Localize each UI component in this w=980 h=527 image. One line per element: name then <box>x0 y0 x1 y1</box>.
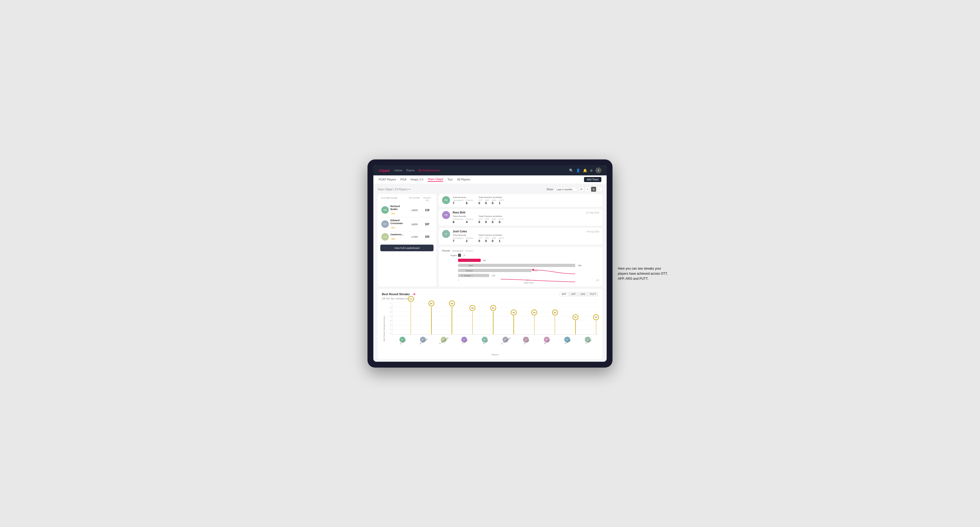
bar-pars: Pars 499 <box>458 264 599 267</box>
streaks-title: Best Round Streaks <box>382 292 410 296</box>
arrow-icon <box>412 292 416 296</box>
tab-arg[interactable]: ARG <box>578 292 587 296</box>
col-player-name: PLAYER NAME <box>381 197 407 202</box>
streak-line <box>452 307 452 334</box>
total-rounds-label: Total Rounds <box>453 196 473 198</box>
player-avg: 103 <box>422 235 433 238</box>
streak-chart-container: Best Streak, Fairway Accuracy 0 1 2 3 <box>382 303 598 356</box>
bell-icon[interactable]: 🔔 <box>583 168 587 173</box>
bar-birdies: Birdies 96 <box>458 259 599 262</box>
show-controls: Show Last 3 months Last 6 months Last ye… <box>546 187 602 192</box>
nav-teams[interactable]: Teams <box>406 169 415 172</box>
tab-pgat-players[interactable]: PGAT Players <box>379 178 396 181</box>
streak-bubble: 5x <box>490 305 496 311</box>
player-row[interactable]: CA Cameron... ♦ 3 17/20 103 <box>380 231 434 243</box>
annotation-text: Here you can see streaks your players ha… <box>618 266 671 282</box>
streak-bubble: 4x <box>531 310 537 316</box>
player-row[interactable]: RB Richard Butler ♦ 1 19/20 110 <box>380 203 434 217</box>
avatar-button[interactable]: ▾ <box>595 167 601 173</box>
player-name: Rees Britt <box>453 211 465 214</box>
streak-bubble: 4x <box>552 310 558 316</box>
streak-player-info: J.J. Coles <box>454 337 474 345</box>
bar-chart: Eagles 3 Birdies 96 <box>442 254 599 284</box>
bar-chart-panel: Rounds Tournament Practice Eagles <box>439 247 602 287</box>
streak-line <box>534 316 535 334</box>
show-label: Show <box>546 188 553 191</box>
bar-bogeys: Bogeys 311 <box>458 269 599 272</box>
streak-player-info: C.C. Quick <box>578 337 598 345</box>
tab-all-players[interactable]: All Players <box>457 178 470 181</box>
player-name: Cameron... <box>390 233 407 236</box>
nav-right: 🔍 👤 🔔 ⊕ ▾ <box>569 167 601 173</box>
player-date: 26 Aug 2023 <box>586 230 599 233</box>
player-row[interactable]: EC Edward Crossman ♦ 2 18/20 107 <box>380 217 434 231</box>
nav-bar: clippd Home Teams My Performance 🔍 👤 🔔 ⊕… <box>373 165 607 175</box>
two-col-layout: PLAYER NAME PB SCORE PB AVG SQ RB Richar… <box>378 194 602 287</box>
nav-my-performance[interactable]: My Performance <box>418 169 440 172</box>
tab-app[interactable]: APP <box>569 292 578 296</box>
view-table-icon[interactable]: ↕ <box>597 187 602 192</box>
leaderboard-panel: PLAYER NAME PB SCORE PB AVG SQ RB Richar… <box>378 194 436 287</box>
nav-home[interactable]: Home <box>395 169 402 172</box>
leaderboard-header: PLAYER NAME PB SCORE PB AVG SQ <box>380 197 434 202</box>
streak-player-info: D.D. Ford <box>515 337 536 345</box>
streak-bubble: 3x <box>593 314 599 320</box>
y-labels: 0 1 2 3 4 5 6 7 <box>387 303 392 335</box>
logo: clippd <box>379 168 390 173</box>
x-axis-players-label: Players <box>387 354 598 356</box>
avatar: RB <box>442 196 450 204</box>
team-title: Team Clippd | 14 Players ✏ <box>378 188 410 191</box>
right-panel: RB Total Rounds Tournament 7 <box>439 194 602 287</box>
tab-putt[interactable]: PUTT <box>588 292 598 296</box>
avatar: EC <box>381 221 389 228</box>
player-badge: ♦ 1 <box>390 212 396 215</box>
streak-player-info: E.E. Ebert <box>392 337 412 345</box>
view-leaderboard-button[interactable]: View Full Leaderboard <box>380 244 434 251</box>
streak-bubble: 4x <box>511 310 517 316</box>
settings-icon[interactable]: ⊕ <box>590 168 593 173</box>
practice-label: Practice <box>466 199 473 202</box>
streak-player-info: R.R. Butler <box>557 337 578 345</box>
streak-line <box>596 321 597 334</box>
player-card-josh: JC Josh Coles 26 Aug 2023 Total Rounds <box>439 228 602 244</box>
view-card-icon[interactable]: ▤ <box>591 187 596 192</box>
streak-player-info: D.D. Billingham <box>433 337 454 345</box>
streak-line <box>473 311 473 334</box>
tab-ott[interactable]: OTT <box>560 292 568 296</box>
main-content: Team Clippd | 14 Players ✏ Show Last 3 m… <box>373 184 607 362</box>
tab-team-clippd[interactable]: Team Clippd <box>428 178 443 182</box>
col-pb-score: PB SCORE <box>407 197 422 202</box>
bar-dbogeys: D. Bogeys + 131 <box>458 274 599 277</box>
tab-tour[interactable]: Tour <box>447 178 453 181</box>
streak-bubble: 6x <box>428 300 434 306</box>
sub-nav: PGAT Players PGA Hcaps 1-5 Team Clippd T… <box>373 175 607 184</box>
sub-nav-left: PGAT Players PGA Hcaps 1-5 Team Clippd T… <box>379 178 470 182</box>
streak-player-info: R.R. Britt <box>474 337 495 345</box>
streak-line <box>514 316 514 334</box>
player-score: 17/20 <box>407 235 422 238</box>
streak-bubble: 3x <box>573 314 578 320</box>
bar-eagles: Eagles 3 <box>458 254 599 257</box>
practice-label: Practice <box>466 250 473 252</box>
user-icon[interactable]: 👤 <box>576 168 580 173</box>
view-grid-icon[interactable]: ⊞ <box>579 187 584 192</box>
streak-line <box>555 316 555 334</box>
streaks-header: Best Round Streaks OTT APP ARG PUTT <box>382 292 598 296</box>
player-avg: 107 <box>422 223 433 226</box>
streak-player-info: E.E. Crossman <box>495 337 515 345</box>
tournament-label: Tournament <box>453 199 463 202</box>
tab-hcaps[interactable]: Hcaps 1-5 <box>410 178 423 181</box>
player-badge: ♦ 2 <box>390 226 396 229</box>
period-select[interactable]: Last 3 months Last 6 months Last year <box>555 187 577 192</box>
edit-icon[interactable]: ✏ <box>409 188 410 191</box>
player-card-rees: RB Rees Britt 02 Sep 2023 Total Rounds <box>439 209 602 226</box>
tab-pga[interactable]: PGA <box>401 178 406 181</box>
streaks-tabs: OTT APP ARG PUTT <box>560 292 598 296</box>
search-icon[interactable]: 🔍 <box>569 168 573 173</box>
streak-line <box>431 307 432 334</box>
player-badge: ♦ 3 <box>390 237 396 240</box>
add-team-button[interactable]: Add Team <box>584 177 601 182</box>
view-icons: ⊞ ≡ ▤ ↕ <box>579 187 602 192</box>
view-list-icon[interactable]: ≡ <box>585 187 590 192</box>
avatar: RB <box>442 211 450 219</box>
